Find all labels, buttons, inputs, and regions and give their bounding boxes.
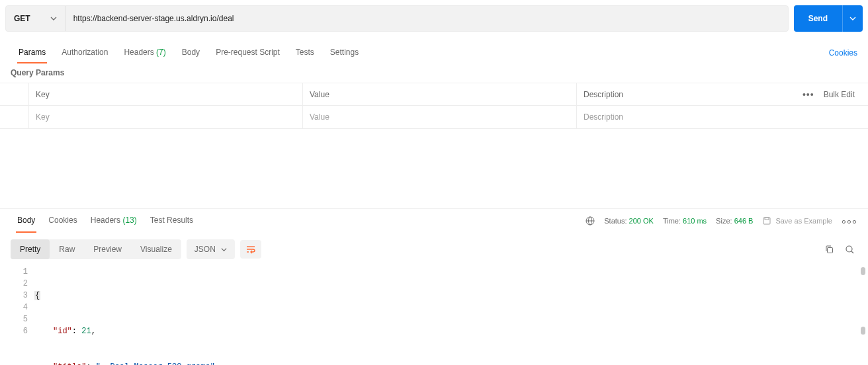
status-block: Status: 200 OK: [604, 217, 654, 225]
line-number: 6: [0, 325, 28, 337]
value-cell: [303, 106, 577, 128]
view-tab-visualize[interactable]: Visualize: [131, 239, 181, 259]
wrap-icon: [245, 244, 256, 255]
wrap-lines-button[interactable]: [240, 240, 261, 259]
method-url-bar: GET: [5, 5, 789, 32]
format-select[interactable]: JSON: [187, 239, 235, 259]
row-checkbox-cell[interactable]: [0, 106, 29, 128]
res-tab-cookies[interactable]: Cookies: [42, 209, 83, 233]
tab-tests[interactable]: Tests: [288, 42, 322, 63]
scrollbar-thumb[interactable]: [861, 267, 865, 275]
description-header-label: Description: [584, 90, 623, 99]
response-view-bar: Pretty Raw Preview Visualize JSON: [0, 233, 868, 266]
response-tabs: Body Cookies Headers (13) Test Results S…: [0, 208, 868, 233]
http-method-label: GET: [14, 14, 30, 23]
table-header-row: Key Value Description ••• Bulk Edit: [0, 83, 868, 106]
line-number: 1: [0, 266, 28, 278]
status-label: Status:: [604, 217, 627, 225]
line-number: 3: [0, 290, 28, 302]
response-meta: Status: 200 OK Time: 610 ms Size: 646 B …: [586, 215, 857, 227]
globe-icon[interactable]: [586, 216, 595, 225]
send-dropdown-button[interactable]: [842, 5, 863, 32]
query-params-table: Key Value Description ••• Bulk Edit: [0, 83, 868, 129]
view-mode-tabs: Pretty Raw Preview Visualize: [11, 239, 181, 259]
send-button[interactable]: Send: [794, 5, 842, 32]
table-row: [0, 106, 868, 128]
tab-headers[interactable]: Headers (7): [116, 42, 173, 63]
save-icon: [762, 216, 771, 225]
view-tab-pretty[interactable]: Pretty: [11, 239, 50, 259]
tab-body[interactable]: Body: [174, 42, 208, 63]
bulk-edit-link[interactable]: Bulk Edit: [824, 90, 855, 99]
time-block: Time: 610 ms: [663, 217, 707, 225]
size-label: Size:: [716, 217, 732, 225]
more-options-icon[interactable]: •••: [803, 89, 814, 100]
format-label: JSON: [195, 245, 216, 254]
response-body-code[interactable]: 1 2 3 4 5 6 { "id": 21, "title": "- Daal…: [0, 266, 868, 365]
svg-line-9: [851, 251, 853, 253]
copy-icon[interactable]: [822, 242, 837, 257]
chevron-down-icon: [849, 15, 856, 22]
line-number: 2: [0, 278, 28, 290]
res-tab-headers[interactable]: Headers (13): [84, 209, 144, 233]
save-as-example-label: Save as Example: [775, 217, 832, 225]
time-label: Time:: [663, 217, 681, 225]
key-input[interactable]: [36, 112, 296, 122]
scrollbar-thumb[interactable]: [861, 327, 865, 335]
status-value: 200 OK: [629, 217, 654, 225]
key-cell: [29, 106, 303, 128]
tab-authorization[interactable]: Authorization: [54, 42, 116, 63]
request-tabs: Params Authorization Headers (7) Body Pr…: [0, 42, 868, 64]
res-tab-headers-count: (13): [122, 216, 136, 225]
size-value: 646 B: [734, 217, 754, 225]
tab-headers-label: Headers: [124, 48, 153, 57]
description-column-header: Description ••• Bulk Edit: [577, 83, 868, 105]
svg-rect-7: [828, 247, 833, 253]
url-input[interactable]: [65, 6, 788, 31]
tab-settings[interactable]: Settings: [322, 42, 367, 63]
value-input[interactable]: [310, 112, 570, 122]
cookies-link[interactable]: Cookies: [829, 43, 857, 63]
res-tab-headers-label: Headers: [91, 216, 120, 225]
description-input[interactable]: [584, 112, 861, 122]
tab-params[interactable]: Params: [11, 42, 54, 63]
key-column-header: Key: [29, 83, 303, 105]
http-method-select[interactable]: GET: [6, 6, 65, 31]
res-tab-body[interactable]: Body: [11, 209, 42, 233]
tab-prerequest[interactable]: Pre-request Script: [208, 42, 288, 63]
time-value: 610 ms: [683, 217, 707, 225]
line-number: 5: [0, 313, 28, 325]
size-block: Size: 646 B: [716, 217, 753, 225]
save-as-example-button[interactable]: Save as Example: [762, 216, 832, 225]
description-cell: [577, 106, 868, 128]
checkbox-column-header: [0, 83, 29, 105]
value-column-header: Value: [303, 83, 577, 105]
chevron-down-icon: [221, 247, 227, 253]
send-button-group: Send: [794, 5, 863, 32]
query-params-label: Query Params: [0, 64, 868, 83]
svg-rect-4: [765, 218, 769, 220]
code-content: { "id": 21, "title": "- Daal Masoor 500 …: [34, 266, 868, 365]
view-tab-preview[interactable]: Preview: [84, 239, 131, 259]
line-gutter: 1 2 3 4 5 6: [0, 266, 34, 365]
res-tab-test-results[interactable]: Test Results: [144, 209, 200, 233]
view-tab-raw[interactable]: Raw: [50, 239, 84, 259]
search-icon[interactable]: [842, 242, 857, 257]
svg-point-8: [846, 246, 852, 252]
tab-headers-count: (7): [156, 48, 166, 57]
table-actions: ••• Bulk Edit: [796, 89, 861, 100]
line-number: 4: [0, 302, 28, 313]
chevron-down-icon: [50, 15, 57, 22]
more-horizontal-icon[interactable]: ๐๐๐: [842, 215, 857, 227]
